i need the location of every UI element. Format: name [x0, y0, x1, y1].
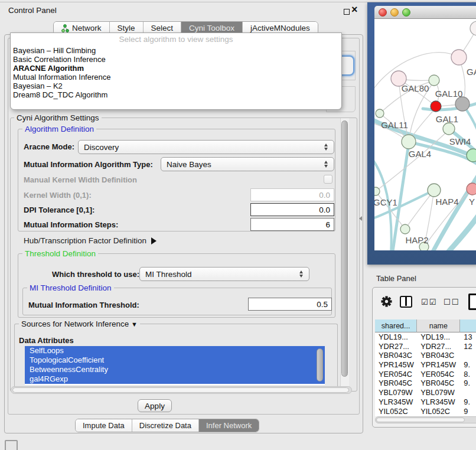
node-label-gal10: GAL10 — [435, 89, 463, 99]
table-row[interactable]: YBL079WYBL079W — [375, 388, 476, 397]
which-threshold-value: MI Threshold — [145, 270, 192, 279]
mi-threshold-label: Mutual Information Threshold: — [28, 301, 139, 309]
algorithm-dropdown-popup: Select algorithm to view settings Bayesi… — [10, 32, 342, 110]
apply-button[interactable]: Apply — [138, 399, 172, 412]
node-label-swi4: SWI4 — [449, 136, 471, 146]
table-row[interactable]: YDR27...YDR27...12 — [375, 342, 476, 351]
hap2-node[interactable] — [400, 224, 410, 234]
menu-item-bayesian-k2[interactable]: Bayesian – K2 — [11, 81, 341, 90]
tab-label: Select — [151, 24, 174, 32]
column-header-2[interactable] — [460, 319, 476, 332]
gal11-node[interactable] — [376, 109, 384, 118]
table-row[interactable]: YLR345WYLR345W9. — [375, 397, 476, 407]
table-row[interactable]: YBR043CYBR043C — [375, 351, 476, 360]
menu-item-mutual-information-inference[interactable]: Mutual Information Inference — [11, 73, 341, 81]
dpi-tolerance-label: DPI Tolerance [0,1]: — [24, 206, 94, 214]
aracne-mode-combobox[interactable]: Discovery — [78, 140, 334, 154]
hap4-node[interactable] — [428, 184, 441, 197]
show-columns-icon[interactable]: ☑☑ — [421, 298, 437, 306]
table-cell: YDR27... — [417, 342, 460, 351]
attributes-scrollbar-thumb[interactable] — [317, 348, 323, 381]
attribute-item-selfloops[interactable]: SelfLoops — [25, 346, 325, 356]
mi-threshold-field[interactable]: 0.5 — [248, 298, 332, 311]
network-canvas[interactable]: GALGAL80GAL10GAL1GAL11SWI4GAL4GCY1HAP4YH… — [374, 19, 476, 250]
float-window-icon[interactable] — [344, 9, 350, 15]
document-icon[interactable] — [468, 294, 476, 310]
table-panel: ☑☑ ☐☐ shared...name YDL19...YDL19...13YD… — [372, 287, 476, 428]
attribute-item-topologicalcoefficient[interactable]: TopologicalCoefficient — [25, 356, 325, 365]
table-cell: YIL052C — [417, 407, 460, 416]
table-cell: YDL19... — [375, 332, 417, 342]
gal1-node[interactable] — [443, 123, 455, 135]
table-cell: YBR043C — [417, 351, 460, 360]
table-row[interactable]: YBR045CYBR045C9. — [375, 379, 476, 388]
edge-top-node[interactable] — [470, 21, 476, 35]
data-attributes-label: Data Attributes — [19, 336, 74, 345]
column-header-name[interactable]: name — [417, 319, 460, 332]
dpi-tolerance-field[interactable]: 0.0 — [250, 203, 334, 216]
attribute-item-gal4rgexp[interactable]: gal4RGexp — [25, 374, 325, 384]
table-cell: 13 — [460, 332, 476, 342]
table-cell — [460, 388, 476, 397]
kernel-width-label: Kernel Width (0,1): — [24, 191, 92, 200]
node-label-hap4: HAP4 — [435, 197, 458, 207]
network-edge — [448, 200, 476, 250]
gear-icon[interactable] — [381, 296, 392, 309]
zoom-traffic-light-icon[interactable] — [402, 8, 410, 17]
menu-item-dream8-dc-tdc-algorithm[interactable]: Dream8 DC_TDC Algorithm — [11, 90, 341, 99]
cyni-bottom-tabbar: Impute DataDiscretize DataInfer Network — [75, 419, 259, 432]
mi-steps-field[interactable]: 6 — [250, 218, 334, 231]
mi-algorithm-type-combobox[interactable]: Naive Bayes — [161, 157, 334, 171]
which-threshold-combobox[interactable]: MI Threshold — [139, 267, 309, 281]
network-window-titlebar[interactable] — [374, 6, 476, 19]
panel-collapse-arrow-icon[interactable] — [359, 216, 362, 221]
table-cell: YBL079W — [417, 388, 460, 397]
network-graph: GALGAL80GAL10GAL1GAL11SWI4GAL4GCY1HAP4YH… — [374, 19, 476, 250]
menu-item-aracne-algorithm[interactable]: ARACNE Algorithm — [11, 64, 341, 73]
hide-columns-icon[interactable]: ☐☐ — [444, 298, 459, 306]
sources-group-title[interactable]: Sources for Network Inference ▼ — [19, 319, 140, 328]
manual-kernel-width-checkbox[interactable] — [324, 175, 332, 184]
table-row[interactable]: YPR145WYPR145W9. — [375, 360, 476, 370]
minimize-traffic-light-icon[interactable] — [390, 8, 399, 17]
node-label-y: Y — [469, 197, 475, 207]
aracne-mode-value: Discovery — [84, 143, 119, 152]
table-row[interactable]: YIL052CYIL052C9 — [375, 407, 476, 416]
gcy1-node[interactable] — [374, 187, 380, 195]
table-cell: YER054C — [375, 370, 417, 379]
split-table-icon[interactable] — [400, 296, 412, 308]
table-row[interactable]: YDL19...YDL19...13 — [375, 332, 476, 342]
attribute-item-betweennesscentrality[interactable]: BetweennessCentrality — [25, 365, 325, 374]
pink-node-upper[interactable] — [451, 50, 467, 65]
table-cell: YLR345W — [417, 397, 460, 407]
tab-infer-network[interactable]: Infer Network — [198, 419, 259, 432]
swi4-node[interactable] — [467, 149, 476, 162]
column-header-shared[interactable]: shared... — [375, 319, 417, 332]
settings-vertical-scrollbar-thumb[interactable] — [341, 120, 348, 377]
tab-discretize-data[interactable]: Discretize Data — [132, 419, 198, 432]
tab-impute-data[interactable]: Impute Data — [76, 419, 132, 432]
red-node[interactable] — [431, 101, 441, 112]
settings-horizontal-scrollbar-thumb[interactable] — [12, 387, 349, 393]
salmon-node[interactable] — [467, 183, 476, 195]
node-label-gal11: GAL11 — [381, 120, 408, 130]
gray-node[interactable] — [455, 97, 470, 111]
menu-item-bayesian-hill-climbing[interactable]: Bayesian – Hill Climbing — [11, 46, 341, 55]
expand-right-icon[interactable] — [151, 237, 157, 244]
tab-label: Impute Data — [83, 421, 125, 430]
stepper-arrows-icon — [321, 161, 331, 168]
table-cell: 9. — [460, 379, 476, 388]
close-traffic-light-icon[interactable] — [379, 8, 387, 17]
table-row[interactable]: YER054CYER054C8. — [375, 370, 476, 379]
collapse-down-icon[interactable]: ▼ — [131, 321, 138, 328]
gal4-node[interactable] — [402, 135, 416, 149]
menu-item-basic-correlation-inference[interactable]: Basic Correlation Inference — [11, 55, 341, 64]
table-horizontal-scrollbar-thumb[interactable] — [376, 418, 465, 422]
node-label-gal4: GAL4 — [409, 149, 431, 159]
mi-algorithm-type-label: Mutual Information Algorithm Type: — [24, 160, 153, 169]
hub-definition-section[interactable]: Hub/Transcription Factor Definition — [24, 236, 157, 245]
collapsed-panel-icon[interactable] — [5, 440, 18, 450]
close-icon[interactable]: × — [351, 4, 358, 15]
node-label-gal1: GAL1 — [436, 114, 458, 124]
gal10-node[interactable] — [429, 75, 439, 86]
